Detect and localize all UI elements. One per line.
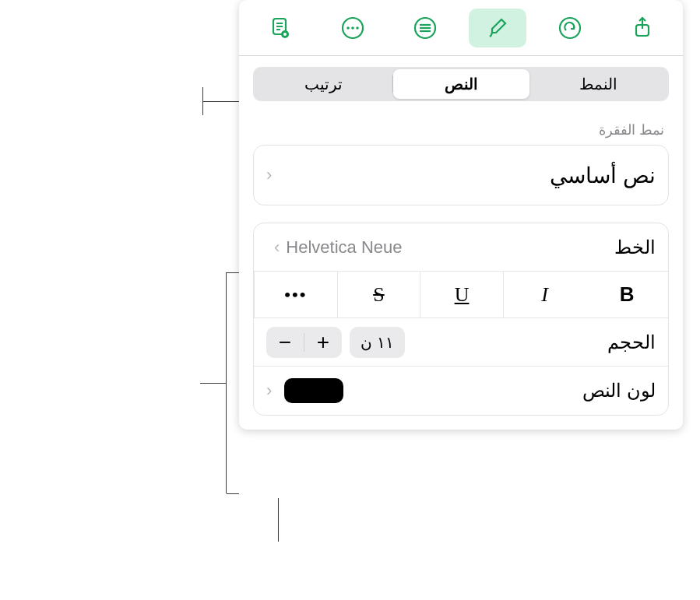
- font-name: Helvetica Neue: [286, 237, 402, 258]
- callout-line: [202, 87, 203, 115]
- document-options-button[interactable]: [252, 9, 309, 47]
- chevron-left-icon: ‹: [266, 381, 272, 401]
- size-value-badge[interactable]: ١١ ن: [350, 327, 405, 358]
- svg-point-7: [346, 26, 350, 30]
- svg-point-8: [351, 26, 354, 30]
- share-icon: [629, 15, 656, 41]
- chevron-left-icon: ‹: [274, 237, 280, 258]
- inspector-tabs: النمط النص ترتيب: [239, 56, 683, 101]
- callout-line: [227, 493, 239, 494]
- strikethrough-button[interactable]: S: [337, 272, 420, 318]
- callout-line: [227, 272, 239, 273]
- more-text-options-button[interactable]: •••: [254, 272, 337, 318]
- text-color-label: لون النص: [582, 380, 656, 402]
- paintbrush-icon: [484, 15, 511, 41]
- redo-arrow-icon: [557, 15, 583, 41]
- bold-button[interactable]: B: [586, 272, 668, 318]
- italic-button[interactable]: I: [503, 272, 586, 318]
- format-paintbrush-button[interactable]: [469, 9, 526, 47]
- paragraph-style-name: نص أساسي: [272, 163, 656, 188]
- ellipsis-circle-icon: [339, 15, 366, 41]
- paragraph-style-row[interactable]: نص أساسي ‹: [254, 146, 668, 205]
- size-increase-button[interactable]: +: [304, 327, 342, 358]
- size-row: الحجم ١١ ن − +: [254, 318, 668, 367]
- callout-line: [200, 383, 227, 384]
- font-row[interactable]: الخط ‹ Helvetica Neue: [254, 223, 668, 272]
- paragraph-style-card: نص أساسي ‹: [253, 145, 669, 205]
- toolbar: [239, 0, 683, 56]
- svg-point-14: [560, 18, 580, 38]
- text-style-row: B I U S •••: [254, 272, 668, 318]
- callout-line: [278, 498, 279, 542]
- tab-arrange[interactable]: ترتيب: [255, 69, 392, 99]
- more-options-button[interactable]: [324, 9, 382, 47]
- list-lines-icon: [412, 15, 438, 41]
- share-button[interactable]: [614, 9, 671, 47]
- chevron-left-icon: ‹: [266, 165, 272, 185]
- text-color-swatch[interactable]: [284, 378, 343, 403]
- size-label: الحجم: [607, 332, 656, 353]
- callout-line: [203, 101, 241, 102]
- tab-text[interactable]: النص: [393, 69, 530, 99]
- svg-point-9: [356, 26, 359, 30]
- font-settings-card: الخط ‹ Helvetica Neue B I U S ••• الحجم …: [253, 223, 669, 416]
- redo-button[interactable]: [541, 9, 599, 47]
- text-color-row[interactable]: لون النص ‹: [254, 367, 668, 415]
- svg-point-5: [283, 33, 287, 36]
- view-options-button[interactable]: [396, 9, 454, 47]
- font-label: الخط: [614, 237, 656, 258]
- document-icon: [267, 15, 294, 41]
- tab-style[interactable]: النمط: [529, 69, 667, 99]
- underline-button[interactable]: U: [420, 272, 503, 318]
- paragraph-style-header: نمط الفقرة: [239, 101, 683, 145]
- size-decrease-button[interactable]: −: [266, 327, 304, 358]
- size-stepper: − +: [266, 327, 342, 358]
- format-inspector-panel: النمط النص ترتيب نمط الفقرة نص أساسي ‹ ا…: [239, 0, 683, 430]
